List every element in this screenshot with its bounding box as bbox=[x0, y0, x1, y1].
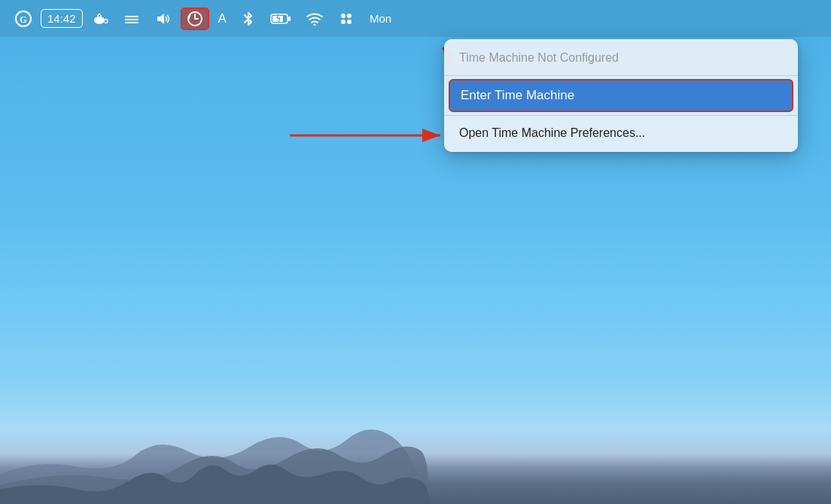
battery-icon[interactable] bbox=[264, 10, 297, 28]
time-machine-icon[interactable] bbox=[181, 8, 209, 30]
tea-icon[interactable] bbox=[86, 8, 114, 30]
wifi-icon[interactable] bbox=[300, 9, 329, 29]
open-preferences-item[interactable]: Open Time Machine Preferences... bbox=[444, 119, 798, 147]
svg-rect-3 bbox=[94, 20, 105, 22]
desktop: G 14:42 bbox=[0, 0, 831, 504]
dropdown-separator-2 bbox=[444, 115, 798, 116]
grammarly-icon[interactable]: G bbox=[9, 8, 38, 30]
clock-display[interactable]: 14:42 bbox=[41, 9, 83, 28]
svg-rect-14 bbox=[288, 17, 291, 21]
mountain-decoration bbox=[0, 414, 831, 504]
svg-marker-7 bbox=[157, 14, 164, 24]
enter-time-machine-item[interactable]: Enter Time Machine bbox=[449, 79, 793, 112]
svg-text:G: G bbox=[20, 14, 26, 25]
dropdown-separator bbox=[444, 75, 798, 76]
svg-point-21 bbox=[341, 20, 345, 24]
svg-rect-4 bbox=[125, 16, 138, 17]
text-input-icon[interactable]: A bbox=[212, 8, 233, 29]
svg-point-20 bbox=[347, 14, 352, 18]
annotation-arrow-right bbox=[286, 117, 452, 154]
control-center-icon[interactable] bbox=[332, 8, 361, 30]
bluetooth-icon[interactable] bbox=[236, 8, 261, 30]
day-label: Mon bbox=[364, 9, 397, 28]
svg-point-18 bbox=[313, 23, 315, 26]
volume-icon[interactable] bbox=[149, 8, 178, 30]
svg-rect-5 bbox=[125, 19, 138, 20]
svg-point-22 bbox=[347, 20, 352, 24]
menubar: G 14:42 bbox=[0, 0, 831, 37]
dropdown-title: Time Machine Not Configured bbox=[444, 44, 798, 72]
svg-rect-6 bbox=[125, 22, 138, 23]
time-machine-dropdown: Time Machine Not Configured Enter Time M… bbox=[444, 39, 798, 152]
svg-point-19 bbox=[341, 14, 345, 18]
more-icon[interactable] bbox=[117, 8, 146, 30]
